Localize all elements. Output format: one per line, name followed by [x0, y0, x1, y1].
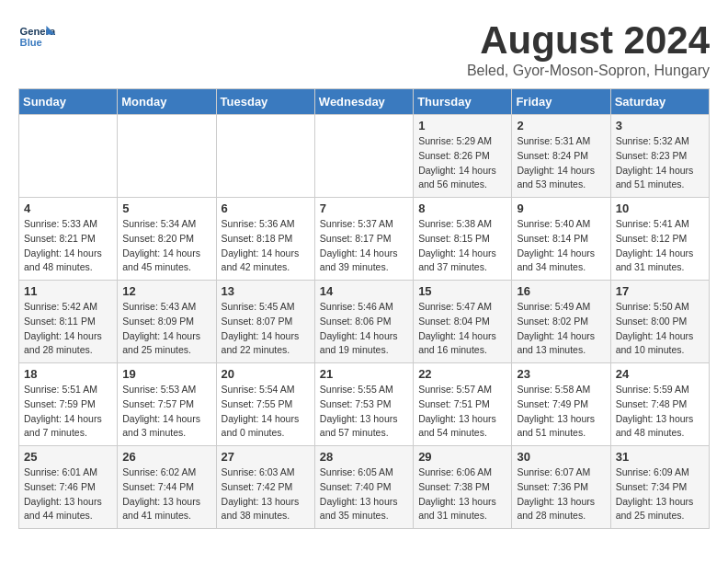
day-info: Sunrise: 5:36 AM Sunset: 8:18 PM Dayligh… — [222, 217, 310, 275]
calendar-table: Sunday Monday Tuesday Wednesday Thursday… — [18, 88, 710, 529]
day-number: 22 — [418, 367, 506, 381]
title-block: August 2024 Beled, Gyor-Moson-Sopron, Hu… — [467, 18, 710, 79]
day-info: Sunrise: 5:34 AM Sunset: 8:20 PM Dayligh… — [122, 217, 210, 275]
table-row: 21Sunrise: 5:55 AM Sunset: 7:53 PM Dayli… — [314, 363, 413, 446]
table-row — [118, 115, 216, 198]
table-row: 7Sunrise: 5:37 AM Sunset: 8:17 PM Daylig… — [314, 198, 413, 281]
day-info: Sunrise: 5:55 AM Sunset: 7:53 PM Dayligh… — [320, 383, 408, 441]
day-info: Sunrise: 5:29 AM Sunset: 8:26 PM Dayligh… — [418, 134, 506, 192]
logo-icon: General Blue — [18, 18, 55, 55]
day-info: Sunrise: 5:54 AM Sunset: 7:55 PM Dayligh… — [222, 383, 310, 441]
day-number: 13 — [222, 284, 310, 298]
table-row: 12Sunrise: 5:43 AM Sunset: 8:09 PM Dayli… — [118, 281, 216, 363]
calendar-title: August 2024 — [467, 18, 710, 63]
day-number: 5 — [122, 201, 210, 215]
table-row: 3Sunrise: 5:32 AM Sunset: 8:23 PM Daylig… — [610, 115, 709, 198]
calendar-week-row: 18Sunrise: 5:51 AM Sunset: 7:59 PM Dayli… — [19, 363, 710, 446]
table-row: 29Sunrise: 6:06 AM Sunset: 7:38 PM Dayli… — [414, 446, 512, 529]
table-row: 13Sunrise: 5:45 AM Sunset: 8:07 PM Dayli… — [216, 281, 314, 363]
table-row: 16Sunrise: 5:49 AM Sunset: 8:02 PM Dayli… — [512, 281, 610, 363]
calendar-week-row: 25Sunrise: 6:01 AM Sunset: 7:46 PM Dayli… — [19, 446, 710, 529]
day-number: 19 — [122, 367, 210, 381]
table-row: 8Sunrise: 5:38 AM Sunset: 8:15 PM Daylig… — [414, 198, 512, 281]
calendar-week-row: 11Sunrise: 5:42 AM Sunset: 8:11 PM Dayli… — [19, 281, 710, 363]
day-info: Sunrise: 5:58 AM Sunset: 7:49 PM Dayligh… — [517, 383, 605, 441]
day-number: 1 — [418, 119, 506, 132]
day-number: 2 — [517, 119, 605, 132]
day-number: 3 — [616, 119, 704, 132]
header-wednesday: Wednesday — [314, 89, 413, 115]
calendar-subtitle: Beled, Gyor-Moson-Sopron, Hungary — [467, 63, 710, 79]
table-row: 28Sunrise: 6:05 AM Sunset: 7:40 PM Dayli… — [314, 446, 413, 529]
day-number: 21 — [320, 367, 408, 381]
table-row: 6Sunrise: 5:36 AM Sunset: 8:18 PM Daylig… — [216, 198, 314, 281]
day-number: 16 — [517, 284, 605, 298]
day-info: Sunrise: 6:01 AM Sunset: 7:46 PM Dayligh… — [24, 465, 112, 523]
day-number: 7 — [320, 201, 408, 215]
table-row: 17Sunrise: 5:50 AM Sunset: 8:00 PM Dayli… — [610, 281, 709, 363]
header-thursday: Thursday — [414, 89, 512, 115]
table-row — [19, 115, 118, 198]
day-info: Sunrise: 5:47 AM Sunset: 8:04 PM Dayligh… — [418, 300, 506, 358]
table-row: 31Sunrise: 6:09 AM Sunset: 7:34 PM Dayli… — [610, 446, 709, 529]
day-info: Sunrise: 5:51 AM Sunset: 7:59 PM Dayligh… — [24, 383, 112, 441]
day-number: 20 — [222, 367, 310, 381]
day-info: Sunrise: 5:40 AM Sunset: 8:14 PM Dayligh… — [517, 217, 605, 275]
header-tuesday: Tuesday — [216, 89, 314, 115]
day-number: 30 — [517, 450, 605, 464]
day-info: Sunrise: 6:09 AM Sunset: 7:34 PM Dayligh… — [616, 465, 704, 523]
day-number: 24 — [616, 367, 704, 381]
calendar-week-row: 4Sunrise: 5:33 AM Sunset: 8:21 PM Daylig… — [19, 198, 710, 281]
day-info: Sunrise: 5:37 AM Sunset: 8:17 PM Dayligh… — [320, 217, 408, 275]
day-number: 15 — [418, 284, 506, 298]
day-info: Sunrise: 5:57 AM Sunset: 7:51 PM Dayligh… — [418, 383, 506, 441]
day-number: 18 — [24, 367, 112, 381]
day-number: 11 — [24, 284, 112, 298]
day-number: 28 — [320, 450, 408, 464]
table-row: 19Sunrise: 5:53 AM Sunset: 7:57 PM Dayli… — [118, 363, 216, 446]
table-row: 4Sunrise: 5:33 AM Sunset: 8:21 PM Daylig… — [19, 198, 118, 281]
weekday-header-row: Sunday Monday Tuesday Wednesday Thursday… — [19, 89, 710, 115]
day-number: 14 — [320, 284, 408, 298]
logo: General Blue — [18, 18, 59, 55]
table-row: 23Sunrise: 5:58 AM Sunset: 7:49 PM Dayli… — [512, 363, 610, 446]
day-info: Sunrise: 5:43 AM Sunset: 8:09 PM Dayligh… — [122, 300, 210, 358]
day-number: 4 — [24, 201, 112, 215]
day-info: Sunrise: 5:59 AM Sunset: 7:48 PM Dayligh… — [616, 383, 704, 441]
table-row: 22Sunrise: 5:57 AM Sunset: 7:51 PM Dayli… — [414, 363, 512, 446]
table-row — [216, 115, 314, 198]
day-number: 12 — [122, 284, 210, 298]
day-number: 17 — [616, 284, 704, 298]
day-number: 9 — [517, 201, 605, 215]
day-info: Sunrise: 5:46 AM Sunset: 8:06 PM Dayligh… — [320, 300, 408, 358]
table-row: 18Sunrise: 5:51 AM Sunset: 7:59 PM Dayli… — [19, 363, 118, 446]
header-saturday: Saturday — [610, 89, 709, 115]
table-row: 11Sunrise: 5:42 AM Sunset: 8:11 PM Dayli… — [19, 281, 118, 363]
table-row: 14Sunrise: 5:46 AM Sunset: 8:06 PM Dayli… — [314, 281, 413, 363]
day-number: 25 — [24, 450, 112, 464]
table-row: 5Sunrise: 5:34 AM Sunset: 8:20 PM Daylig… — [118, 198, 216, 281]
day-info: Sunrise: 5:42 AM Sunset: 8:11 PM Dayligh… — [24, 300, 112, 358]
day-number: 10 — [616, 201, 704, 215]
table-row: 30Sunrise: 6:07 AM Sunset: 7:36 PM Dayli… — [512, 446, 610, 529]
day-info: Sunrise: 5:53 AM Sunset: 7:57 PM Dayligh… — [122, 383, 210, 441]
table-row: 26Sunrise: 6:02 AM Sunset: 7:44 PM Dayli… — [118, 446, 216, 529]
day-info: Sunrise: 5:31 AM Sunset: 8:24 PM Dayligh… — [517, 134, 605, 192]
day-info: Sunrise: 5:32 AM Sunset: 8:23 PM Dayligh… — [616, 134, 704, 192]
day-info: Sunrise: 5:49 AM Sunset: 8:02 PM Dayligh… — [517, 300, 605, 358]
day-info: Sunrise: 6:07 AM Sunset: 7:36 PM Dayligh… — [517, 465, 605, 523]
day-number: 6 — [222, 201, 310, 215]
header-monday: Monday — [118, 89, 216, 115]
day-number: 31 — [616, 450, 704, 464]
calendar-week-row: 1Sunrise: 5:29 AM Sunset: 8:26 PM Daylig… — [19, 115, 710, 198]
day-info: Sunrise: 5:50 AM Sunset: 8:00 PM Dayligh… — [616, 300, 704, 358]
svg-text:Blue: Blue — [20, 37, 42, 48]
header-friday: Friday — [512, 89, 610, 115]
table-row: 24Sunrise: 5:59 AM Sunset: 7:48 PM Dayli… — [610, 363, 709, 446]
page-header: General Blue August 2024 Beled, Gyor-Mos… — [18, 18, 710, 79]
table-row: 10Sunrise: 5:41 AM Sunset: 8:12 PM Dayli… — [610, 198, 709, 281]
day-number: 8 — [418, 201, 506, 215]
table-row: 2Sunrise: 5:31 AM Sunset: 8:24 PM Daylig… — [512, 115, 610, 198]
table-row: 27Sunrise: 6:03 AM Sunset: 7:42 PM Dayli… — [216, 446, 314, 529]
day-info: Sunrise: 5:41 AM Sunset: 8:12 PM Dayligh… — [616, 217, 704, 275]
